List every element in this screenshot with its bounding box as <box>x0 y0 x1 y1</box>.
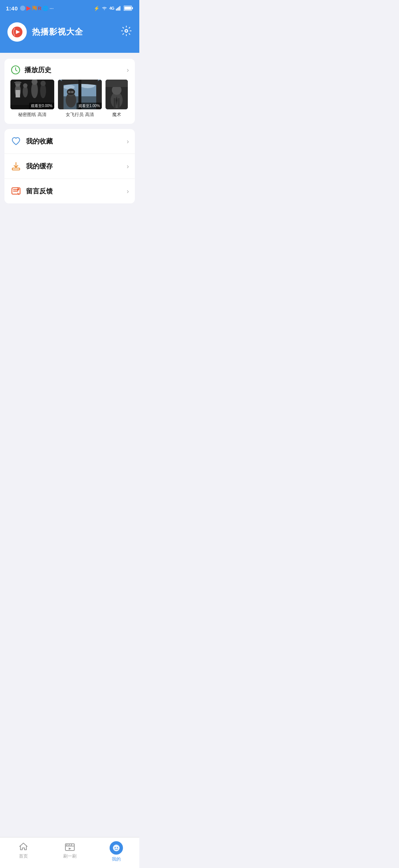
svg-point-26 <box>40 81 46 86</box>
history-item-2[interactable]: 观看至1.00% 女飞行员 高清 <box>58 80 102 118</box>
cache-label: 我的缓存 <box>26 162 53 171</box>
svg-rect-45 <box>12 168 20 170</box>
svg-point-0 <box>104 9 105 10</box>
feedback-item[interactable]: 留言反馈 › <box>4 179 135 203</box>
settings-button[interactable] <box>121 25 132 39</box>
signal-bars-icon <box>116 6 122 11</box>
history-header[interactable]: 播放历史 › <box>4 59 135 80</box>
feedback-left: 留言反馈 <box>10 186 53 197</box>
feedback-label: 留言反馈 <box>26 187 53 196</box>
history-header-left: 播放历史 <box>10 65 51 75</box>
app-header: 热播影视大全 <box>0 16 139 53</box>
history-card: 播放历史 › <box>4 59 135 124</box>
svg-rect-6 <box>132 7 133 9</box>
logo-svg <box>11 26 23 38</box>
history-icon <box>10 65 21 75</box>
feedback-icon <box>10 186 22 197</box>
svg-rect-3 <box>118 7 119 11</box>
main-content: 播放历史 › <box>0 53 139 248</box>
svg-rect-36 <box>68 91 71 93</box>
history-title-3: 魔术 <box>106 112 128 118</box>
svg-rect-24 <box>16 90 20 97</box>
notification-icons: ▶ 淘 R 🌐 ··· <box>20 5 53 12</box>
svg-rect-4 <box>120 6 120 10</box>
svg-rect-1 <box>116 9 117 11</box>
battery-icon <box>124 6 133 11</box>
favorites-label: 我的收藏 <box>26 137 53 146</box>
header-left: 热播影视大全 <box>7 22 83 42</box>
time-display: 1:40 <box>6 5 18 12</box>
svg-rect-44 <box>106 80 128 87</box>
history-list: 观看至0.00% 秘密图纸 高清 <box>4 80 135 124</box>
signal-icon: 4G <box>109 6 114 10</box>
status-right-icons: ⚡ 4G <box>94 6 133 11</box>
history-title: 播放历史 <box>25 65 51 74</box>
svg-point-19 <box>23 83 27 88</box>
svg-point-11 <box>125 30 127 32</box>
cache-chevron: › <box>127 163 129 170</box>
menu-card: 我的收藏 › 我的缓存 › <box>4 129 135 203</box>
cache-item[interactable]: 我的缓存 › <box>4 154 135 179</box>
history-chevron: › <box>127 66 129 74</box>
app-logo <box>7 22 27 42</box>
favorites-chevron: › <box>127 138 129 145</box>
svg-rect-2 <box>117 8 118 10</box>
history-title-2: 女飞行员 高清 <box>58 112 102 118</box>
svg-rect-23 <box>16 81 20 83</box>
app-title: 热播影视大全 <box>32 26 83 38</box>
cache-left: 我的缓存 <box>10 161 53 172</box>
svg-point-31 <box>64 85 75 89</box>
favorites-item[interactable]: 我的收藏 › <box>4 129 135 154</box>
history-title-1: 秘密图纸 高清 <box>10 112 54 118</box>
status-bar: 1:40 ▶ 淘 R 🌐 ··· ⚡ 4G <box>0 0 139 16</box>
history-thumb-2: 观看至1.00% <box>58 80 102 109</box>
history-thumb-1: 观看至0.00% <box>10 80 54 109</box>
svg-rect-41 <box>114 98 116 109</box>
svg-rect-7 <box>124 7 131 10</box>
status-time-area: 1:40 ▶ 淘 R 🌐 ··· <box>6 5 53 12</box>
svg-rect-37 <box>71 91 74 93</box>
history-item-3[interactable]: 魔术 <box>106 80 128 118</box>
svg-line-14 <box>16 70 17 71</box>
watch-progress-2: 观看至1.00% <box>77 103 102 109</box>
bottom-spacer <box>4 209 135 242</box>
watch-progress-1: 观看至0.00% <box>29 103 54 109</box>
favorites-left: 我的收藏 <box>10 136 53 147</box>
cache-icon <box>10 161 22 172</box>
favorites-icon <box>10 136 22 147</box>
wifi-icon <box>101 6 107 11</box>
bluetooth-icon: ⚡ <box>94 6 100 11</box>
svg-rect-42 <box>118 98 120 109</box>
history-thumb-3 <box>106 80 128 109</box>
feedback-chevron: › <box>127 187 129 195</box>
history-item[interactable]: 观看至0.00% 秘密图纸 高清 <box>10 80 54 118</box>
